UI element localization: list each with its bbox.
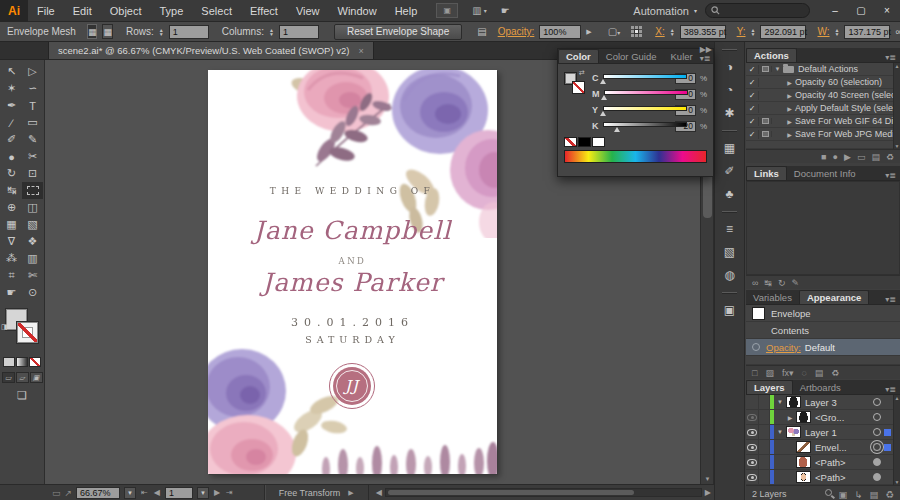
white-swatch[interactable] [592, 137, 605, 147]
tab-layers[interactable]: Layers [746, 380, 793, 394]
layer-row[interactable]: ▶<Path> [746, 470, 893, 485]
style-icon[interactable]: ▢▾ [608, 26, 620, 37]
slider-track-m[interactable] [604, 89, 672, 99]
swap-fill-stroke-icon[interactable]: ⇄ [579, 69, 585, 77]
menu-window[interactable]: Window [329, 0, 386, 21]
target-icon[interactable] [873, 398, 881, 406]
w-input[interactable]: 137.175 pt [844, 25, 890, 39]
x-link[interactable]: X: [655, 26, 664, 37]
artboard-dropdown-icon[interactable]: ▼ [197, 487, 209, 499]
status-expand-icon[interactable]: ▶ [348, 489, 353, 497]
tab-appearance[interactable]: Appearance [799, 290, 869, 304]
action-dialog-toggle[interactable] [759, 131, 772, 137]
panel-menu-icon[interactable]: ▾≣ [885, 171, 900, 180]
visibility-toggle[interactable] [746, 440, 759, 454]
menu-object[interactable]: Object [101, 0, 151, 21]
new-layer-button[interactable]: ▤ [869, 489, 878, 500]
w-link[interactable]: W: [817, 26, 829, 37]
new-set-button[interactable]: ▭ [857, 152, 866, 162]
draw-behind-button[interactable]: ▱ [16, 372, 29, 383]
slider-thumb[interactable] [600, 79, 606, 84]
stop-playing-button[interactable]: ■ [821, 152, 826, 162]
menu-effect[interactable]: Effect [241, 0, 287, 21]
tab-document-info[interactable]: Document Info [787, 167, 863, 180]
lock-toggle[interactable] [759, 440, 770, 454]
visibility-toggle[interactable] [746, 425, 759, 439]
pen-tool[interactable]: ✒ [1, 97, 22, 114]
action-check-icon[interactable]: ✓ [746, 104, 759, 113]
lock-toggle[interactable] [759, 395, 770, 409]
scale-tool[interactable]: ⊡ [22, 165, 43, 182]
add-effect-button[interactable]: fx▾ [782, 368, 794, 378]
first-artboard-button[interactable]: ⇤ [140, 488, 149, 497]
slider-thumb[interactable] [614, 127, 620, 132]
scroll-right-icon[interactable]: ▶ [704, 488, 712, 497]
reset-envelope-shape-button[interactable]: Reset Envelope Shape [334, 24, 462, 40]
direct-selection-tool[interactable]: ▷ [22, 63, 43, 80]
expand-icon[interactable]: ▶ [784, 414, 796, 421]
layer-thumbnail[interactable] [796, 411, 811, 423]
minimize-button[interactable]: – [822, 2, 848, 20]
screen-mode-button[interactable]: ❏ [13, 389, 31, 402]
visibility-toggle[interactable] [746, 410, 759, 424]
artboard-number-field[interactable]: 1 [165, 487, 193, 499]
y-link[interactable]: Y: [737, 26, 746, 37]
target-icon[interactable] [873, 458, 881, 466]
lock-toggle[interactable] [759, 425, 770, 439]
expand-icon[interactable]: ▶ [784, 105, 795, 112]
dock-grip[interactable] [722, 211, 737, 213]
dock-grip[interactable] [722, 292, 737, 294]
layer-thumbnail[interactable] [796, 456, 811, 468]
scroll-left-icon[interactable]: ◀ [375, 488, 383, 497]
expand-icon[interactable]: ▶ [784, 131, 795, 138]
action-row[interactable]: ✓▶Opacity 60 (selection) [746, 76, 893, 89]
layer-row[interactable]: ▼Layer 1 [746, 425, 893, 440]
gradient-button[interactable] [16, 357, 28, 367]
menu-file[interactable]: File [28, 0, 64, 21]
rotate-tool[interactable]: ↻ [1, 165, 22, 182]
layer-thumbnail[interactable] [786, 426, 801, 438]
next-artboard-button[interactable]: ▶ [213, 488, 221, 497]
cs-live-icon[interactable]: ☛ [501, 5, 510, 16]
arrange-documents-icon[interactable]: ▥▾ [472, 5, 486, 16]
layer-row[interactable]: ▶<Path> [746, 455, 893, 470]
search-input[interactable] [705, 3, 810, 18]
appearance-opacity-row[interactable]: Opacity: Default [746, 339, 900, 356]
zoom-tool[interactable]: ⊙ [22, 284, 43, 301]
expand-icon[interactable]: ▼ [774, 429, 786, 435]
paintbrush-tool[interactable]: ✐ [1, 131, 22, 148]
slider-track-c[interactable] [603, 73, 671, 83]
go-to-link-button[interactable]: ↹ [764, 278, 772, 288]
target-icon[interactable] [873, 443, 881, 451]
expand-icon[interactable]: ▶ [784, 118, 795, 125]
layer-thumbnail[interactable] [786, 396, 801, 408]
envelope-mesh-toggle-1[interactable]: ▦ [87, 24, 98, 39]
color-guide-icon[interactable]: ◔ [718, 79, 742, 100]
lasso-tool[interactable]: ∽ [22, 80, 43, 97]
blend-tool[interactable]: ❖ [22, 233, 43, 250]
color-button[interactable] [3, 357, 15, 367]
perspective-grid-tool[interactable]: ◫ [22, 199, 43, 216]
black-swatch[interactable] [578, 137, 591, 147]
tab-artboards[interactable]: Artboards [793, 381, 848, 394]
add-fill-button[interactable]: ▨ [765, 368, 774, 378]
target-icon[interactable] [873, 413, 881, 421]
magic-wand-tool[interactable]: ✶ [1, 80, 22, 97]
pencil-tool[interactable]: ✎ [22, 131, 43, 148]
x-stepper[interactable]: ▲▼ [670, 28, 675, 36]
tab-color[interactable]: Color [558, 49, 599, 63]
blob-brush-tool[interactable]: ● [1, 148, 22, 165]
panel-fill-stroke[interactable]: ⇄ [564, 72, 588, 102]
none-swatch[interactable] [564, 137, 577, 147]
target-icon[interactable] [873, 473, 881, 481]
panel-menu-icon[interactable]: ▾≣ [885, 385, 900, 394]
lock-toggle[interactable] [759, 410, 770, 424]
hand-tool[interactable]: ☛ [1, 284, 22, 301]
appearance-opacity-link[interactable]: Opacity: [766, 342, 801, 353]
columns-stepper[interactable]: ▲▼ [269, 28, 274, 36]
action-check-icon[interactable]: ✓ [746, 130, 759, 139]
x-input[interactable]: 389.355 pt [680, 25, 726, 39]
menu-type[interactable]: Type [151, 0, 193, 21]
layer-thumbnail[interactable] [796, 471, 811, 483]
line-tool[interactable]: ∕ [1, 114, 22, 131]
